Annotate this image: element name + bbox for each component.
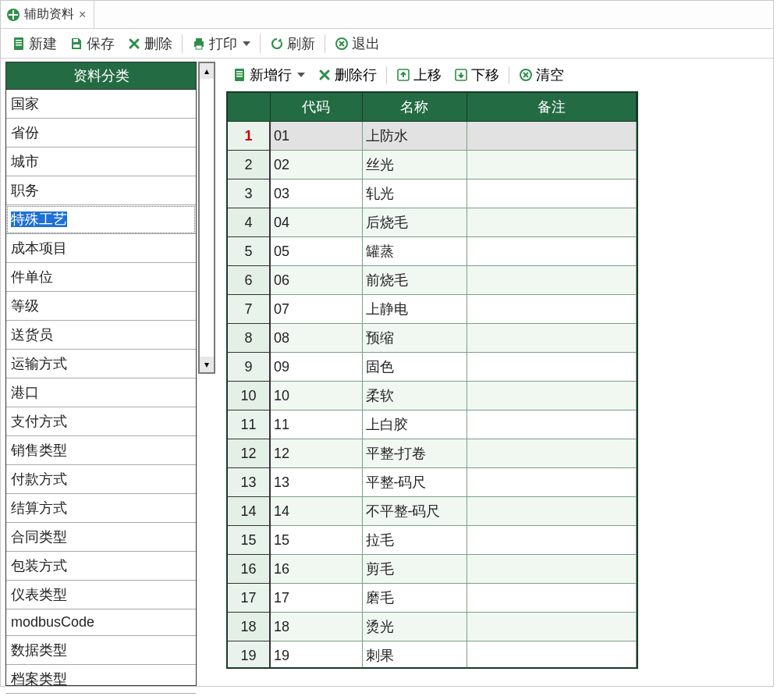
table-row[interactable]: 606前烧毛 (228, 266, 637, 295)
delete-row-button[interactable]: 删除行 (311, 64, 383, 86)
remark-cell[interactable] (467, 526, 637, 555)
remark-cell[interactable] (467, 468, 637, 497)
row-number-cell[interactable]: 4 (228, 208, 270, 237)
name-cell[interactable]: 不平整-码尺 (362, 497, 467, 526)
name-cell[interactable]: 预缩 (362, 324, 467, 353)
category-item[interactable]: 合同类型 (6, 523, 196, 552)
table-row[interactable]: 808预缩 (228, 324, 637, 353)
name-cell[interactable]: 柔软 (362, 382, 467, 410)
remark-cell[interactable] (467, 266, 637, 295)
table-row[interactable]: 101上防水 (228, 122, 637, 151)
code-cell[interactable]: 14 (270, 497, 362, 526)
category-item[interactable]: 包装方式 (6, 552, 196, 581)
row-number-cell[interactable]: 11 (228, 410, 270, 439)
remark-cell[interactable] (467, 584, 637, 613)
row-number-cell[interactable]: 6 (228, 266, 270, 295)
scroll-down-button[interactable]: ▾ (200, 357, 214, 372)
name-cell[interactable]: 烫光 (362, 613, 467, 641)
row-number-cell[interactable]: 2 (228, 151, 270, 179)
tab-auxiliary-data[interactable]: 辅助资料 × (1, 1, 94, 28)
remark-cell[interactable] (467, 237, 637, 266)
row-number-cell[interactable]: 3 (228, 179, 270, 208)
category-item[interactable]: 成本项目 (6, 234, 196, 263)
row-number-cell[interactable]: 8 (228, 324, 270, 353)
remark-cell[interactable] (467, 410, 637, 439)
table-row[interactable]: 1616剪毛 (228, 555, 637, 584)
row-number-cell[interactable]: 10 (228, 382, 270, 410)
name-cell[interactable]: 刺果 (362, 641, 467, 670)
category-item[interactable]: modbusCode (6, 609, 196, 636)
code-cell[interactable]: 18 (270, 613, 362, 641)
print-button[interactable]: 打印 (186, 32, 257, 55)
table-row[interactable]: 404后烧毛 (228, 208, 637, 237)
table-row[interactable]: 909固色 (228, 353, 637, 382)
code-cell[interactable]: 01 (270, 122, 362, 151)
code-cell[interactable]: 16 (270, 555, 362, 584)
new-button[interactable]: 新建 (5, 32, 63, 55)
code-cell[interactable]: 19 (270, 641, 362, 670)
table-row[interactable]: 1010柔软 (228, 382, 637, 410)
table-row[interactable]: 1818烫光 (228, 613, 637, 641)
scroll-up-button[interactable]: ▴ (200, 63, 214, 79)
remark-cell[interactable] (467, 208, 637, 237)
name-cell[interactable]: 罐蒸 (362, 237, 467, 266)
remark-cell[interactable] (467, 555, 637, 584)
category-item[interactable]: 特殊工艺 (6, 205, 196, 234)
remark-cell[interactable] (467, 324, 637, 353)
col-code[interactable]: 代码 (270, 93, 362, 122)
table-row[interactable]: 1111上白胶 (228, 410, 637, 439)
remark-cell[interactable] (467, 179, 637, 208)
category-item[interactable]: 运输方式 (6, 350, 196, 378)
name-cell[interactable]: 丝光 (362, 151, 467, 179)
remark-cell[interactable] (467, 641, 637, 670)
name-cell[interactable]: 后烧毛 (362, 208, 467, 237)
table-row[interactable]: 1919刺果 (228, 641, 637, 670)
name-cell[interactable]: 固色 (362, 353, 467, 382)
row-number-cell[interactable]: 5 (228, 237, 270, 266)
name-cell[interactable]: 平整-码尺 (362, 468, 467, 497)
name-cell[interactable]: 轧光 (362, 179, 467, 208)
close-icon[interactable]: × (79, 9, 86, 21)
delete-button[interactable]: 删除 (121, 32, 179, 55)
remark-cell[interactable] (467, 353, 637, 382)
name-cell[interactable]: 前烧毛 (362, 266, 467, 295)
category-item[interactable]: 数据类型 (6, 636, 196, 665)
row-number-cell[interactable]: 19 (228, 641, 270, 670)
move-down-button[interactable]: 下移 (448, 64, 506, 86)
table-row[interactable]: 505罐蒸 (228, 237, 637, 266)
code-cell[interactable]: 10 (270, 382, 362, 410)
name-cell[interactable]: 平整-打卷 (362, 439, 467, 468)
category-item[interactable]: 支付方式 (6, 407, 196, 436)
clear-button[interactable]: 清空 (513, 64, 570, 86)
name-cell[interactable]: 磨毛 (362, 584, 467, 613)
row-number-cell[interactable]: 18 (228, 613, 270, 641)
row-number-cell[interactable]: 17 (228, 584, 270, 613)
category-item[interactable]: 职务 (6, 176, 196, 205)
table-row[interactable]: 1717磨毛 (228, 584, 637, 613)
remark-cell[interactable] (467, 151, 637, 179)
remark-cell[interactable] (467, 382, 637, 410)
name-cell[interactable]: 上静电 (362, 295, 467, 324)
code-cell[interactable]: 05 (270, 237, 362, 266)
name-cell[interactable]: 上白胶 (362, 410, 467, 439)
table-row[interactable]: 1515拉毛 (228, 526, 637, 555)
code-cell[interactable]: 04 (270, 208, 362, 237)
add-row-button[interactable]: 新增行 (226, 64, 311, 86)
row-number-cell[interactable]: 12 (228, 439, 270, 468)
code-cell[interactable]: 13 (270, 468, 362, 497)
code-cell[interactable]: 12 (270, 439, 362, 468)
code-cell[interactable]: 06 (270, 266, 362, 295)
name-cell[interactable]: 剪毛 (362, 555, 467, 584)
table-row[interactable]: 202丝光 (228, 151, 637, 179)
row-number-cell[interactable]: 16 (228, 555, 270, 584)
scrollbar[interactable]: ▴ ▾ (198, 62, 215, 374)
remark-cell[interactable] (467, 497, 637, 526)
category-item[interactable]: 国家 (6, 90, 196, 119)
code-cell[interactable]: 03 (270, 179, 362, 208)
remark-cell[interactable] (467, 295, 637, 324)
category-item[interactable]: 销售类型 (6, 436, 196, 465)
table-row[interactable]: 1414不平整-码尺 (228, 497, 637, 526)
code-cell[interactable]: 11 (270, 410, 362, 439)
name-cell[interactable]: 拉毛 (362, 526, 467, 555)
name-cell[interactable]: 上防水 (362, 122, 467, 151)
